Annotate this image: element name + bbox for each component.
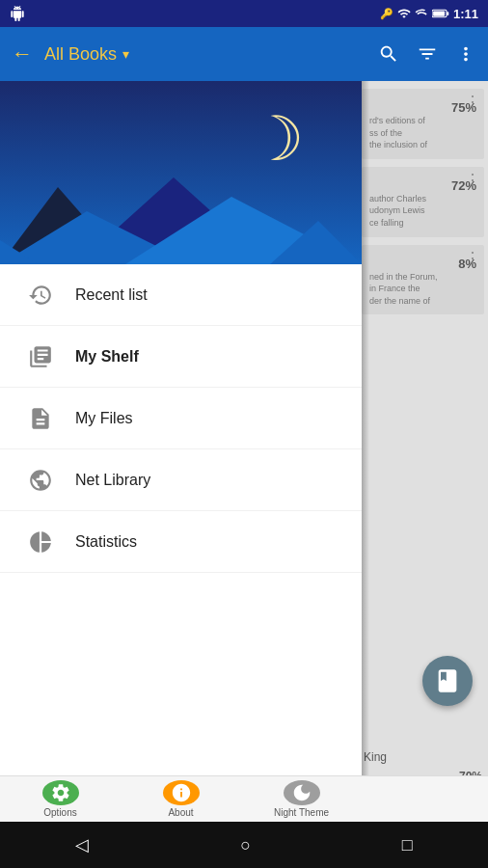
night-theme-label: Night Theme (274, 807, 329, 818)
recent-nav-button[interactable]: □ (402, 835, 413, 855)
svg-rect-2 (447, 12, 448, 15)
wifi-icon (397, 7, 411, 20)
bg-card-3: ⋮ 8% ned in the Forum,in France theder t… (362, 245, 484, 315)
status-bar-right: 🔑 1:11 (380, 7, 478, 21)
night-icon (291, 782, 312, 803)
menu-item-statistics[interactable]: Statistics (0, 511, 362, 573)
net-library-label: Net Library (75, 472, 150, 489)
about-circle (163, 780, 200, 805)
drawer-hero: ☽ (0, 81, 362, 264)
bg-card-1: ⋮ 75% rd's editions ofss of thethe inclu… (362, 89, 484, 159)
shelf-icon (23, 344, 58, 369)
menu-item-net-library[interactable]: Net Library (0, 449, 362, 511)
card-text-1: rd's editions ofss of thethe inclusion o… (369, 115, 476, 151)
menu-item-recent-list[interactable]: Recent list (0, 264, 362, 326)
home-nav-button[interactable]: ○ (240, 835, 251, 855)
status-time: 1:11 (453, 7, 478, 21)
my-shelf-label: My Shelf (75, 348, 139, 366)
drawer-shadow (362, 81, 369, 822)
card-text-3: ned in the Forum,in France theder the na… (369, 271, 476, 308)
recent-list-label: Recent list (75, 286, 148, 304)
bottom-nav: Options About Night Theme (0, 775, 488, 822)
drawer-menu: Recent list My Shelf My Files (0, 264, 362, 822)
card-percent-2: 72% (369, 178, 476, 193)
bg-card-2: ⋮ 72% author Charlesudonym Lewisce falli… (362, 167, 484, 237)
book-icon (434, 667, 461, 694)
night-theme-nav-item[interactable]: Night Theme (241, 776, 362, 822)
search-icon[interactable] (378, 43, 399, 65)
svg-rect-1 (433, 11, 445, 15)
top-bar-actions (378, 43, 476, 65)
top-bar: ← All Books ▾ (0, 27, 488, 81)
about-label: About (168, 807, 193, 818)
status-bar-left (10, 6, 25, 21)
night-theme-circle (284, 780, 320, 805)
files-icon (23, 406, 58, 431)
fab-button[interactable] (422, 656, 473, 706)
card-menu-2[interactable]: ⋮ (465, 171, 480, 189)
key-icon: 🔑 (380, 8, 393, 20)
statistics-label: Statistics (75, 533, 137, 551)
card-percent-3: 8% (369, 257, 476, 271)
bg-content: ⋮ 75% rd's editions ofss of thethe inclu… (358, 81, 488, 822)
signal-icon (415, 7, 428, 20)
card-menu-1[interactable]: ⋮ (465, 93, 480, 111)
dropdown-icon[interactable]: ▾ (122, 46, 129, 62)
pie-chart-icon (23, 529, 58, 555)
battery-icon (432, 8, 449, 19)
card-percent-1: 75% (369, 100, 476, 115)
top-bar-title: All Books ▾ (44, 44, 378, 65)
card-menu-3[interactable]: ⋮ (465, 249, 480, 267)
menu-item-my-files[interactable]: My Files (0, 388, 362, 449)
gear-icon (50, 782, 71, 803)
about-nav-item[interactable]: About (121, 776, 241, 822)
filter-icon[interactable] (417, 43, 438, 65)
more-icon[interactable] (455, 43, 476, 65)
back-button[interactable]: ← (12, 41, 33, 67)
mountains-svg (0, 158, 362, 264)
main-area: ⋮ 75% rd's editions ofss of thethe inclu… (0, 81, 488, 822)
options-label: Options (43, 807, 76, 818)
android-nav-bar: ◁ ○ □ (0, 822, 488, 868)
globe-icon (23, 468, 58, 493)
options-nav-item[interactable]: Options (0, 776, 121, 822)
card-text-2: author Charlesudonym Lewisce falling (369, 193, 476, 230)
history-icon (23, 283, 58, 308)
options-circle (42, 780, 79, 805)
drawer: ☽ Recent list (0, 81, 362, 822)
status-bar: 🔑 1:11 (0, 0, 488, 27)
my-files-label: My Files (75, 410, 133, 427)
android-icon (10, 6, 25, 21)
info-icon (171, 782, 192, 803)
back-nav-button[interactable]: ◁ (75, 834, 89, 855)
menu-item-my-shelf[interactable]: My Shelf (0, 326, 362, 388)
